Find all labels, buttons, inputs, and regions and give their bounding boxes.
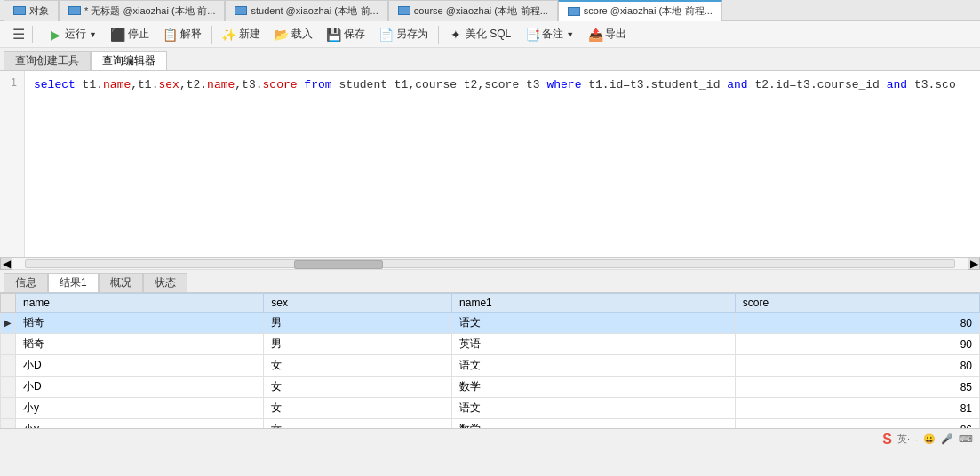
- explain-icon: 📋: [163, 28, 178, 42]
- load-icon: 📂: [275, 28, 289, 42]
- tab-course[interactable]: course @xiaozhai (本地-前程...: [388, 0, 558, 21]
- sogou-icon[interactable]: S: [882, 432, 892, 448]
- cell-score: 86: [735, 419, 979, 429]
- row-indicator: ▶: [1, 313, 16, 334]
- editor-area[interactable]: 1 select t1.name,t1.sex,t2.name,t3.score…: [0, 71, 980, 258]
- row-indicator: [1, 419, 16, 429]
- cell-name1: 语文: [452, 398, 736, 419]
- header-indicator: [1, 294, 16, 313]
- col-header-name[interactable]: name: [16, 294, 264, 313]
- export-button[interactable]: 📤 导出: [582, 24, 633, 45]
- cell-name1: 英语: [452, 334, 736, 355]
- cell-score: 80: [735, 313, 979, 334]
- keyboard-icon[interactable]: ⌨: [959, 433, 973, 445]
- table-row[interactable]: 小D女数学85: [1, 377, 980, 398]
- table-row[interactable]: 小y女数学86: [1, 419, 980, 429]
- cell-sex: 男: [264, 334, 452, 355]
- cell-sex: 女: [264, 355, 452, 377]
- cell-sex: 女: [264, 419, 452, 429]
- toolbar: ☰ ▶ 运行 ▼ ⬛ 停止 📋 解释 ✨ 新建 📂 载入 💾 保存: [0, 21, 980, 48]
- cell-score: 90: [735, 334, 979, 355]
- scrollbar-track: [25, 259, 955, 268]
- status-bar: S 英· · 😀 🎤 ⌨: [0, 428, 980, 449]
- backup-icon: 📑: [525, 28, 539, 42]
- cell-name: 韬奇: [16, 313, 264, 334]
- cell-name: 小D: [16, 355, 264, 377]
- new-icon: ✨: [222, 28, 236, 42]
- row-indicator: [1, 377, 16, 398]
- cell-sex: 男: [264, 313, 452, 334]
- tab-student[interactable]: student @xiaozhai (本地-前...: [225, 0, 387, 21]
- hamburger-icon: ☰: [12, 26, 25, 43]
- horizontal-scrollbar[interactable]: ◀ ▶: [0, 258, 980, 270]
- title-bar: 对象 * 无标题 @xiaozhai (本地-前... student @xia…: [0, 0, 980, 21]
- table-icon-2: [68, 6, 81, 15]
- sogou-label: 英·: [897, 432, 910, 446]
- tab-info[interactable]: 信息: [4, 273, 48, 292]
- results-table: name sex name1 score ▶韬奇男语文80韬奇男英语90小D女语…: [0, 293, 980, 428]
- table-icon-4: [398, 6, 410, 15]
- smiley-icon[interactable]: 😀: [923, 433, 936, 445]
- tab-create-tool[interactable]: 查询创建工具: [4, 51, 91, 70]
- separator-1: [211, 26, 212, 44]
- export-icon: 📤: [588, 28, 602, 42]
- cell-name1: 语文: [452, 313, 736, 334]
- cell-name1: 数学: [452, 377, 736, 398]
- run-dropdown-icon[interactable]: ▼: [89, 30, 97, 39]
- table-row[interactable]: ▶韬奇男语文80: [1, 313, 980, 334]
- tab-objects[interactable]: 对象: [4, 0, 59, 21]
- col-header-name1[interactable]: name1: [452, 294, 736, 313]
- explain-button[interactable]: 📋 解释: [157, 24, 208, 45]
- row-indicator: [1, 355, 16, 377]
- save-button[interactable]: 💾 保存: [321, 24, 371, 45]
- tab-status[interactable]: 状态: [143, 273, 187, 292]
- backup-dropdown-icon[interactable]: ▼: [566, 30, 574, 39]
- run-button[interactable]: ▶ 运行 ▼: [42, 24, 103, 45]
- cell-sex: 女: [264, 377, 452, 398]
- col-header-sex[interactable]: sex: [264, 294, 452, 313]
- scroll-left-button[interactable]: ◀: [0, 258, 12, 270]
- tab-query-editor[interactable]: 查询编辑器: [91, 51, 167, 70]
- tab-result1[interactable]: 结果1: [48, 273, 99, 292]
- code-editor[interactable]: select t1.name,t1.sex,t2.name,t3.score f…: [25, 71, 980, 257]
- cell-name: 韬奇: [16, 334, 264, 355]
- cell-name: 小y: [16, 419, 264, 429]
- run-icon: ▶: [48, 28, 62, 42]
- tab-overview[interactable]: 概况: [99, 273, 143, 292]
- save-as-icon: 📄: [379, 28, 394, 42]
- mic-icon[interactable]: 🎤: [941, 433, 953, 445]
- cell-sex: 女: [264, 398, 452, 419]
- table-icon: [13, 6, 26, 15]
- table-body: ▶韬奇男语文80韬奇男英语90小D女语文80小D女数学85小y女语文81小y女数…: [1, 313, 980, 429]
- tab-score[interactable]: score @xiaozhai (本地-前程...: [558, 0, 722, 21]
- bottom-tabs: 信息 结果1 概况 状态: [0, 270, 980, 293]
- menu-button[interactable]: ☰: [5, 26, 33, 43]
- tab-untitled[interactable]: * 无标题 @xiaozhai (本地-前...: [59, 0, 225, 21]
- row-indicator: [1, 334, 16, 355]
- cell-name1: 语文: [452, 355, 736, 377]
- scrollbar-thumb[interactable]: [294, 260, 383, 269]
- stop-button[interactable]: ⬛ 停止: [105, 24, 155, 45]
- editor-tabs: 查询创建工具 查询编辑器: [0, 48, 980, 71]
- table-row[interactable]: 小D女语文80: [1, 355, 980, 377]
- cell-score: 85: [735, 377, 979, 398]
- table-icon-5: [568, 7, 580, 16]
- scroll-right-button[interactable]: ▶: [968, 258, 980, 270]
- stop-icon: ⬛: [111, 28, 125, 42]
- table-row[interactable]: 韬奇男英语90: [1, 334, 980, 355]
- backup-button[interactable]: 📑 备注 ▼: [519, 24, 580, 45]
- new-button[interactable]: ✨ 新建: [216, 24, 267, 45]
- row-indicator: [1, 398, 16, 419]
- col-header-score[interactable]: score: [735, 294, 979, 313]
- separator-2: [438, 26, 439, 44]
- table-icon-3: [235, 6, 247, 15]
- line-numbers: 1: [0, 71, 25, 257]
- load-button[interactable]: 📂 载入: [268, 24, 319, 45]
- save-as-button[interactable]: 📄 另存为: [373, 24, 434, 45]
- cell-score: 80: [735, 355, 979, 377]
- beautify-button[interactable]: ✦ 美化 SQL: [442, 24, 517, 45]
- cell-name: 小y: [16, 398, 264, 419]
- beautify-icon: ✦: [449, 28, 463, 42]
- emoji-icon: ·: [915, 434, 918, 445]
- table-row[interactable]: 小y女语文81: [1, 398, 980, 419]
